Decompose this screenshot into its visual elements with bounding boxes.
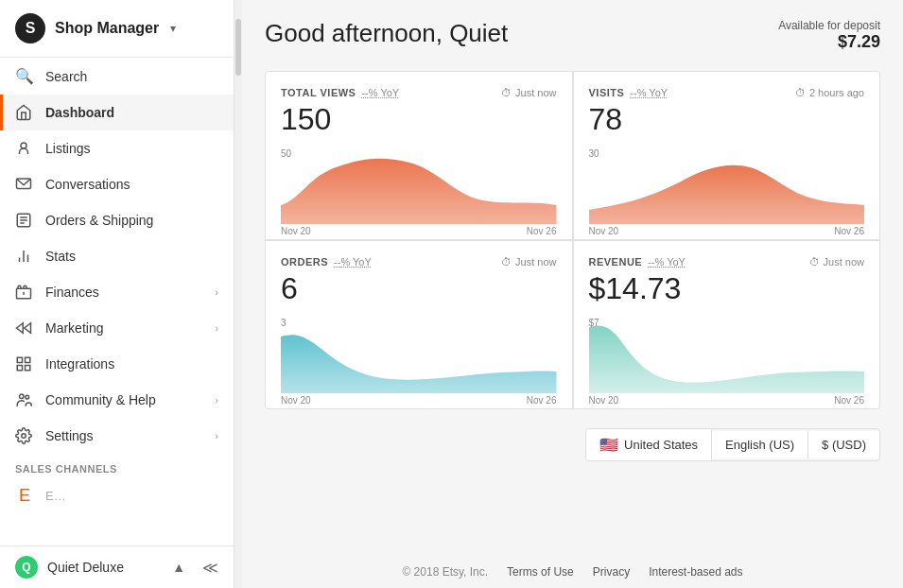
clock-icon-visits: ⏱ bbox=[795, 87, 806, 98]
chart-x-labels-visits: Nov 20 Nov 26 bbox=[589, 226, 865, 236]
sidebar-item-label-orders: Orders & Shipping bbox=[45, 213, 218, 228]
stat-yoy-orders[interactable]: --% YoY bbox=[334, 256, 372, 268]
sidebar-item-label-conversations: Conversations bbox=[45, 177, 218, 192]
language-selector[interactable]: English (US) bbox=[712, 431, 808, 458]
shop-expand-arrow[interactable]: ▲ bbox=[172, 560, 185, 575]
shop-manager-label: Shop Manager bbox=[55, 20, 159, 37]
stat-time-orders: ⏱ Just now bbox=[501, 256, 556, 268]
sidebar-item-settings[interactable]: Settings › bbox=[0, 418, 234, 454]
stat-value-visits: 78 bbox=[589, 102, 865, 137]
settings-icon bbox=[15, 427, 34, 444]
terms-link[interactable]: Terms of Use bbox=[507, 565, 574, 579]
sales-channels-label: SALES CHANNELS bbox=[0, 454, 234, 478]
collapse-sidebar-icon[interactable]: ≪ bbox=[202, 559, 218, 577]
main-content: Good afternoon, Quiet Available for depo… bbox=[242, 0, 903, 588]
sidebar-item-label-finances: Finances bbox=[45, 285, 203, 300]
chart-total-views: 50 Nov 20 Nov 26 bbox=[281, 148, 557, 224]
community-arrow: › bbox=[215, 394, 218, 406]
sidebar-item-stats[interactable]: Stats bbox=[0, 238, 234, 274]
chart-svg-revenue bbox=[589, 318, 865, 393]
stat-time-label-orders: Just now bbox=[515, 256, 556, 268]
stat-card-revenue: REVENUE --% YoY ⏱ Just now $14.73 $7 Nov… bbox=[574, 241, 880, 408]
header-dropdown-arrow: ▾ bbox=[170, 22, 176, 35]
stat-time-label-visits: 2 hours ago bbox=[809, 87, 864, 98]
shop-manager-header[interactable]: S Shop Manager ▾ bbox=[0, 0, 234, 58]
stat-time-total-views: ⏱ Just now bbox=[501, 87, 556, 98]
interest-ads-link[interactable]: Interest-based ads bbox=[649, 565, 742, 579]
stat-header-visits: VISITS --% YoY ⏱ 2 hours ago bbox=[589, 87, 865, 98]
sidebar-item-community[interactable]: Community & Help › bbox=[0, 382, 234, 418]
stat-time-visits: ⏱ 2 hours ago bbox=[795, 87, 864, 98]
stat-time-label-revenue: Just now bbox=[824, 256, 864, 268]
svg-rect-15 bbox=[26, 366, 30, 371]
search-icon: 🔍 bbox=[15, 67, 34, 85]
sidebar-item-listings[interactable]: Listings bbox=[0, 130, 234, 166]
stat-title-group-visits: VISITS --% YoY bbox=[589, 87, 669, 98]
country-selector[interactable]: 🇺🇸 United States bbox=[586, 429, 712, 460]
stat-value-total-views: 150 bbox=[281, 102, 557, 137]
dashboard-content: Good afternoon, Quiet Available for depo… bbox=[242, 0, 903, 556]
footer-links: © 2018 Etsy, Inc. Terms of Use Privacy I… bbox=[265, 565, 880, 579]
svg-rect-12 bbox=[17, 357, 22, 362]
shop-name: Quiet Deluxe bbox=[47, 560, 163, 575]
settings-arrow: › bbox=[215, 430, 218, 441]
sidebar-nav: 🔍 Search Dashboard Listings Conversation… bbox=[0, 58, 234, 545]
chart-x-labels-orders: Nov 20 Nov 26 bbox=[281, 395, 557, 406]
chart-y-label-orders: 3 bbox=[281, 318, 287, 328]
currency-selector[interactable]: $ (USD) bbox=[808, 431, 879, 458]
stat-title-group-total-views: TOTAL VIEWS --% YoY bbox=[281, 87, 399, 98]
chart-x-labels-total-views: Nov 20 Nov 26 bbox=[281, 226, 557, 236]
stat-title-group-revenue: REVENUE --% YoY bbox=[589, 256, 686, 268]
chart-orders: 3 Nov 20 Nov 26 bbox=[281, 318, 557, 393]
sidebar-item-marketing[interactable]: Marketing › bbox=[0, 310, 234, 346]
stat-value-orders: 6 bbox=[281, 271, 557, 306]
chart-x-labels-revenue: Nov 20 Nov 26 bbox=[589, 395, 865, 406]
scrollbar-thumb[interactable] bbox=[235, 19, 241, 76]
clock-icon-revenue: ⏱ bbox=[809, 256, 820, 268]
finances-arrow: › bbox=[215, 286, 218, 298]
page-header: Good afternoon, Quiet Available for depo… bbox=[265, 19, 880, 52]
currency-label: $ (USD) bbox=[822, 438, 866, 452]
community-icon bbox=[15, 391, 34, 408]
sidebar-item-label-stats: Stats bbox=[45, 249, 218, 264]
stat-yoy-revenue[interactable]: --% YoY bbox=[648, 256, 686, 268]
listings-icon bbox=[15, 140, 34, 157]
stat-title-revenue: REVENUE bbox=[589, 256, 643, 268]
sidebar-item-integrations[interactable]: Integrations bbox=[0, 346, 234, 382]
stat-title-visits: VISITS bbox=[589, 87, 625, 98]
svg-rect-13 bbox=[26, 357, 30, 362]
stat-time-revenue: ⏱ Just now bbox=[809, 256, 864, 268]
shop-logo: Q bbox=[15, 556, 38, 579]
sidebar-item-label-listings: Listings bbox=[45, 141, 218, 156]
locale-bar: 🇺🇸 United States English (US) $ (USD) bbox=[585, 428, 880, 461]
sidebar-item-label-community: Community & Help bbox=[45, 392, 203, 407]
sidebar-item-label-dashboard: Dashboard bbox=[45, 105, 218, 120]
deposit-info: Available for deposit $7.29 bbox=[778, 19, 880, 52]
chart-visits: 30 Nov 20 Nov 26 bbox=[589, 148, 865, 224]
deposit-label: Available for deposit bbox=[778, 19, 880, 32]
stat-header-total-views: TOTAL VIEWS --% YoY ⏱ Just now bbox=[281, 87, 557, 98]
dashboard-icon bbox=[15, 104, 34, 121]
sidebar-item-finances[interactable]: Finances › bbox=[0, 274, 234, 310]
sidebar-item-etsy[interactable]: E E… bbox=[0, 478, 234, 513]
clock-icon-orders: ⏱ bbox=[501, 256, 512, 268]
privacy-link[interactable]: Privacy bbox=[593, 565, 630, 579]
stat-yoy-visits[interactable]: --% YoY bbox=[630, 87, 668, 98]
marketing-icon bbox=[15, 320, 34, 337]
shop-icon: S bbox=[15, 13, 45, 43]
svg-point-16 bbox=[20, 394, 25, 399]
integrations-icon bbox=[15, 355, 34, 372]
sidebar-item-conversations[interactable]: Conversations bbox=[0, 166, 234, 202]
sidebar-item-label-marketing: Marketing bbox=[45, 320, 203, 336]
stat-yoy-total-views[interactable]: --% YoY bbox=[361, 87, 399, 98]
flag-icon: 🇺🇸 bbox=[599, 436, 618, 454]
sidebar-item-dashboard[interactable]: Dashboard bbox=[0, 95, 234, 130]
page-greeting: Good afternoon, Quiet bbox=[265, 19, 508, 48]
sidebar-item-orders[interactable]: Orders & Shipping bbox=[0, 202, 234, 238]
chart-y-label-revenue: $7 bbox=[589, 318, 599, 328]
country-label: United States bbox=[624, 438, 698, 452]
stat-title-orders: ORDERS bbox=[281, 256, 328, 268]
scrollbar-track[interactable] bbox=[234, 0, 242, 588]
stat-card-orders: ORDERS --% YoY ⏱ Just now 6 3 Nov 20 Nov… bbox=[266, 241, 572, 408]
sidebar-item-search[interactable]: 🔍 Search bbox=[0, 58, 234, 95]
